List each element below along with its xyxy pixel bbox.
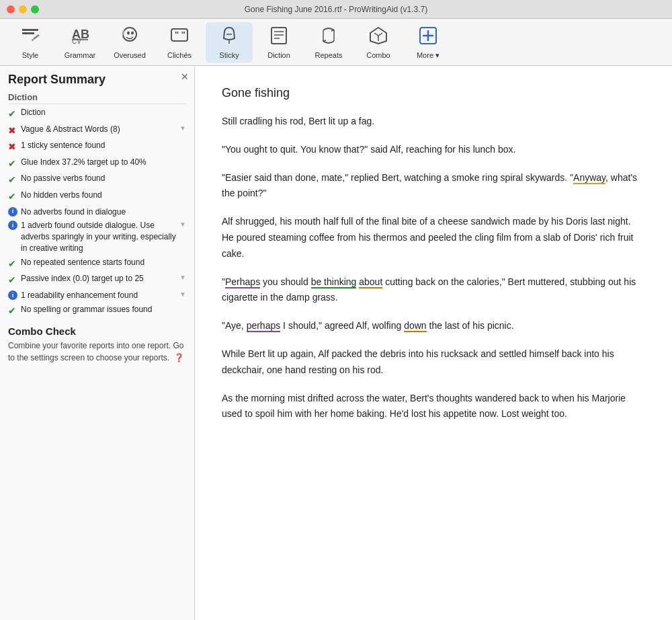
svg-point-7: [131, 32, 134, 35]
check-hidden-text: No hidden verbs found: [21, 190, 186, 201]
combo-help-icon[interactable]: ❓: [174, 353, 184, 362]
more-icon: [417, 25, 439, 50]
check-ok-icon2: ✔: [8, 157, 17, 171]
check-diction[interactable]: ✔ Diction: [8, 107, 186, 121]
check-passive[interactable]: ✔ No passive verbs found: [8, 173, 186, 187]
toolbar-diction[interactable]: Diction: [255, 22, 302, 63]
check-adverbs-dialogue[interactable]: i No adverbs found in dialogue: [8, 206, 186, 218]
paragraph-p3: "Easier said than done, mate," replied B…: [222, 170, 638, 202]
sidebar-title: Report Summary: [8, 73, 186, 87]
repeats-label: Repeats: [315, 51, 343, 59]
close-button[interactable]: [7, 5, 15, 13]
toolbar-sticky[interactable]: Sticky: [206, 22, 253, 63]
overused-icon: [119, 25, 140, 50]
check-vague-text: Vague & Abstract Words (8): [21, 124, 176, 135]
check-readability[interactable]: i 1 readability enhancement found ▼: [8, 290, 186, 301]
check-spelling-text: No spelling or grammar issues found: [21, 304, 186, 315]
toolbar: Style AB CV Grammar Overused: [0, 19, 672, 66]
sidebar-section-diction: Diction: [8, 92, 186, 104]
combo-text: Combine your favorite reports into one r…: [8, 340, 186, 364]
sticky-icon: [218, 25, 240, 50]
main-area: ✕ Report Summary Diction ✔ Diction ✖ Vag…: [0, 66, 672, 620]
check-adverbs-outside-text: 1 adverb found outside dialogue. Use adv…: [21, 220, 176, 254]
check-passive-index[interactable]: ✔ Passive index (0.0) target up to 25 ▼: [8, 273, 186, 287]
title-bar: Gone Fishing June 2016.rtf - ProWritingA…: [0, 0, 672, 19]
paragraph-p1: Still cradling his rod, Bert lit up a fa…: [222, 114, 638, 130]
svg-rect-0: [22, 29, 38, 31]
overused-label: Overused: [114, 51, 146, 59]
highlighted-anyway: Anyway: [573, 172, 605, 184]
check-readability-text: 1 readability enhancement found: [21, 290, 176, 301]
window-controls: [7, 5, 39, 13]
svg-text:CV: CV: [72, 38, 81, 45]
grammar-icon: AB CV: [69, 25, 91, 50]
sticky-label: Sticky: [219, 51, 239, 59]
sidebar: ✕ Report Summary Diction ✔ Diction ✖ Vag…: [0, 66, 195, 620]
more-label: More ▾: [417, 51, 439, 60]
svg-text:"  ": " ": [175, 30, 185, 40]
check-repeated-starts[interactable]: ✔ No repeated sentence starts found: [8, 257, 186, 271]
check-adverbs-outside[interactable]: i 1 adverb found outside dialogue. Use a…: [8, 220, 186, 254]
paragraph-p8: As the morning mist drifted across the w…: [222, 391, 638, 423]
check-sticky-text: 1 sticky sentence found: [21, 140, 186, 151]
combo-label: Combo: [366, 51, 390, 59]
check-sticky[interactable]: ✖ 1 sticky sentence found: [8, 140, 186, 154]
combo-description: Combine your favorite reports into one r…: [8, 341, 183, 362]
sidebar-close-button[interactable]: ✕: [181, 71, 189, 82]
check-spelling[interactable]: ✔ No spelling or grammar issues found: [8, 304, 186, 318]
toolbar-cliches[interactable]: " " Clichés: [156, 22, 203, 63]
check-repeated-text: No repeated sentence starts found: [21, 257, 186, 268]
combo-section: Combo Check Combine your favorite report…: [8, 325, 186, 364]
style-label: Style: [22, 51, 38, 59]
highlighted-be-thinking: be thinking: [311, 276, 357, 288]
expand-icon4: ▼: [179, 290, 186, 299]
expand-icon: ▼: [179, 124, 186, 133]
expand-icon3: ▼: [179, 273, 186, 282]
combo-icon: [368, 25, 389, 50]
repeats-icon: [318, 25, 339, 50]
expand-icon2: ▼: [179, 220, 186, 229]
check-passive-index-text: Passive index (0.0) target up to 25: [21, 273, 176, 284]
toolbar-style[interactable]: Style: [7, 22, 54, 63]
check-adverbs-dialogue-text: No adverbs found in dialogue: [21, 206, 186, 218]
toolbar-combo[interactable]: Combo: [355, 22, 402, 63]
document-title: Gone fishing: [222, 86, 638, 100]
toolbar-repeats[interactable]: Repeats: [305, 22, 352, 63]
check-ok-icon6: ✔: [8, 274, 17, 287]
check-error-icon: ✖: [8, 124, 17, 138]
toolbar-grammar[interactable]: AB CV Grammar: [56, 22, 103, 63]
svg-point-6: [127, 32, 130, 35]
content-area: Gone fishing Still cradling his rod, Ber…: [195, 66, 672, 620]
check-vague-abstract[interactable]: ✖ Vague & Abstract Words (8) ▼: [8, 124, 186, 138]
check-ok-icon: ✔: [8, 108, 17, 121]
check-glue-text: Glue Index 37.2% target up to 40%: [21, 157, 186, 168]
paragraph-p5: "Perhaps you should be thinking about cu…: [222, 274, 638, 307]
paragraph-p6: "Aye, perhaps I should," agreed Alf, wol…: [222, 318, 638, 334]
check-glue[interactable]: ✔ Glue Index 37.2% target up to 40%: [8, 157, 186, 171]
minimize-button[interactable]: [19, 5, 27, 13]
paragraph-p4: Alf shrugged, his mouth half full of the…: [222, 214, 638, 262]
check-ok-icon4: ✔: [8, 190, 17, 204]
check-hidden[interactable]: ✔ No hidden verbs found: [8, 190, 186, 204]
diction-icon: [268, 25, 290, 50]
check-info-icon2: i: [8, 221, 17, 230]
check-ok-icon3: ✔: [8, 173, 17, 187]
highlighted-about1: about: [359, 276, 382, 288]
combo-title: Combo Check: [8, 325, 186, 337]
highlighted-perhaps2: perhaps: [247, 320, 281, 332]
check-ok-icon5: ✔: [8, 258, 17, 271]
svg-rect-12: [271, 28, 286, 44]
check-diction-text: Diction: [21, 107, 186, 118]
check-info-icon: i: [8, 207, 17, 217]
check-error-icon2: ✖: [8, 141, 17, 154]
toolbar-overused[interactable]: Overused: [106, 22, 153, 63]
grammar-label: Grammar: [65, 51, 95, 59]
svg-rect-1: [22, 32, 34, 34]
maximize-button[interactable]: [31, 5, 39, 13]
check-info-icon3: i: [8, 290, 17, 300]
check-passive-text: No passive verbs found: [21, 173, 186, 184]
highlighted-down: down: [404, 320, 426, 332]
paragraph-p2: "You ought to quit. You know that?" said…: [222, 142, 638, 158]
check-ok-icon7: ✔: [8, 305, 17, 318]
toolbar-more[interactable]: More ▾: [405, 22, 452, 63]
